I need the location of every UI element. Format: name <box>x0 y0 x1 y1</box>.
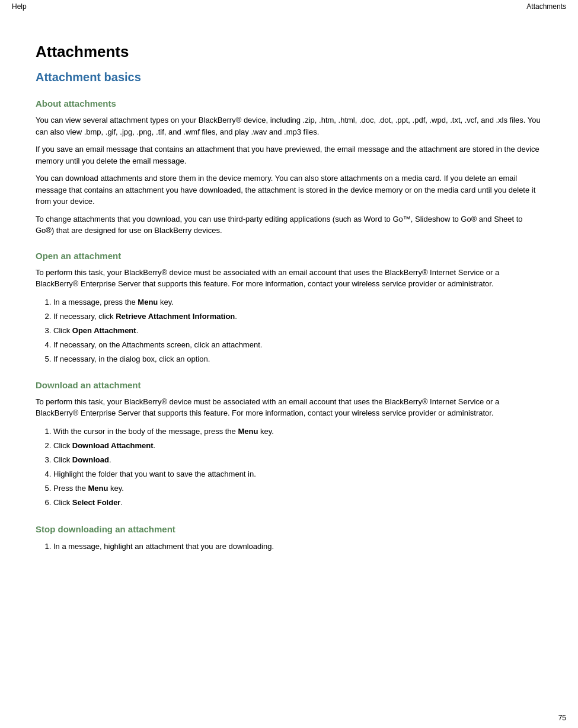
subsection-open-attachment: Open an attachmentTo perform this task, … <box>36 251 542 366</box>
subsection-title-about-attachments: About attachments <box>36 98 542 108</box>
paragraph: To change attachments that you download,… <box>36 213 542 237</box>
list-item: If necessary, in the dialog box, click a… <box>53 353 542 366</box>
bold-text: Download <box>72 455 109 464</box>
subsection-title-download-attachment: Download an attachment <box>36 380 542 390</box>
steps-list-stop-downloading: In a message, highlight an attachment th… <box>53 540 542 553</box>
paragraph: You can view several attachment types on… <box>36 114 542 138</box>
paragraph: To perform this task, your BlackBerry® d… <box>36 267 542 290</box>
page-title: Attachments <box>36 43 542 61</box>
list-item: If necessary, click Retrieve Attachment … <box>53 310 542 323</box>
list-item: In a message, press the Menu key. <box>53 296 542 309</box>
subsection-title-open-attachment: Open an attachment <box>36 251 542 261</box>
list-item: With the cursor in the body of the messa… <box>53 425 542 438</box>
subsection-about-attachments: About attachmentsYou can view several at… <box>36 98 542 237</box>
list-item: Click Open Attachment. <box>53 324 542 337</box>
paragraph: If you save an email message that contai… <box>36 143 542 167</box>
steps-list-open-attachment: In a message, press the Menu key.If nece… <box>53 296 542 366</box>
list-item: If necessary, on the Attachments screen,… <box>53 339 542 352</box>
bold-text: Select Folder <box>72 498 121 507</box>
bold-text: Retrieve Attachment Information <box>116 312 235 321</box>
bold-text: Menu <box>238 427 258 436</box>
bold-text: Open Attachment <box>72 326 136 335</box>
header-right: Attachments <box>526 2 566 11</box>
header-left: Help <box>12 2 27 11</box>
list-item: Click Select Folder. <box>53 496 542 509</box>
bold-text: Menu <box>88 484 108 493</box>
section-title: Attachment basics <box>36 71 542 84</box>
bold-text: Download Attachment <box>72 441 154 450</box>
list-item: In a message, highlight an attachment th… <box>53 540 542 553</box>
paragraph: To perform this task, your BlackBerry® d… <box>36 396 542 419</box>
steps-list-download-attachment: With the cursor in the body of the messa… <box>53 425 542 510</box>
subsection-stop-downloading: Stop downloading an attachmentIn a messa… <box>36 524 542 553</box>
bold-text: Menu <box>138 298 158 306</box>
list-item: Press the Menu key. <box>53 482 542 495</box>
subsection-title-stop-downloading: Stop downloading an attachment <box>36 524 542 534</box>
list-item: Highlight the folder that you want to sa… <box>53 468 542 481</box>
subsection-download-attachment: Download an attachmentTo perform this ta… <box>36 380 542 510</box>
paragraph: You can download attachments and store t… <box>36 173 542 207</box>
page-number: 75 <box>558 714 566 722</box>
list-item: Click Download Attachment. <box>53 439 542 452</box>
list-item: Click Download. <box>53 454 542 467</box>
